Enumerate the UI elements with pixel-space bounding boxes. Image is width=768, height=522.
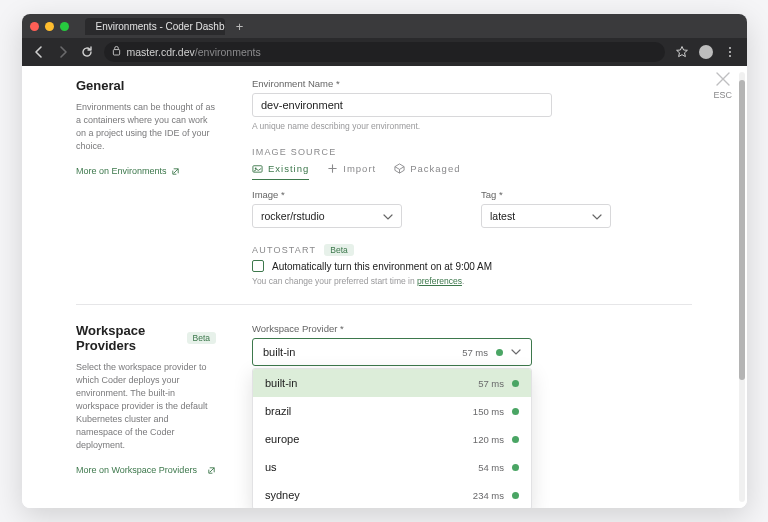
general-heading: General (76, 78, 216, 93)
env-name-helper: A unique name describing your environmen… (252, 121, 692, 131)
tag-field-label: Tag * (481, 189, 692, 200)
url-path: /environments (195, 46, 261, 58)
tab-packaged[interactable]: Packaged (394, 163, 460, 180)
vertical-scrollbar[interactable] (739, 72, 745, 502)
status-dot-icon (512, 408, 519, 415)
provider-option-name: europe (265, 433, 299, 445)
autostart-helper-pre: You can change your preferred start time… (252, 276, 417, 286)
more-on-providers-link[interactable]: More on Workspace Providers (76, 465, 216, 475)
window-controls (30, 22, 69, 31)
link-label: More on Workspace Providers (76, 465, 197, 475)
url-host: master.cdr.dev (127, 46, 195, 58)
browser-toolbar: master.cdr.dev/environments (22, 38, 747, 66)
plus-icon (327, 163, 338, 174)
window-minimize-button[interactable] (45, 22, 54, 31)
bookmark-button[interactable] (675, 45, 689, 59)
chevron-down-icon (511, 349, 521, 355)
image-field-label: Image * (252, 189, 463, 200)
provider-option[interactable]: europe 120 ms (253, 425, 531, 453)
tab-packaged-label: Packaged (410, 163, 460, 174)
dialog-close-button[interactable]: ESC (713, 70, 732, 100)
tab-import[interactable]: Import (327, 163, 376, 180)
env-name-input[interactable] (252, 93, 552, 117)
external-link-icon (171, 167, 180, 176)
dialog-content: ESC General Environments can be thought … (64, 66, 704, 508)
env-name-label: Environment Name * (252, 78, 692, 89)
autostart-label: AUTOSTART (252, 245, 316, 255)
general-main: Environment Name * A unique name describ… (252, 78, 692, 286)
image-source-label: IMAGE SOURCE (252, 147, 692, 157)
external-link-icon (207, 466, 216, 475)
tab-existing-label: Existing (268, 163, 309, 174)
tag-select[interactable]: latest (481, 204, 611, 228)
autostart-helper-post: . (462, 276, 464, 286)
autostart-checkbox[interactable] (252, 260, 264, 272)
general-sidebar: General Environments can be thought of a… (76, 78, 216, 286)
provider-select[interactable]: built-in 57 ms (252, 338, 532, 366)
package-icon (394, 163, 405, 174)
provider-option-name: us (265, 461, 277, 473)
image-select[interactable]: rocker/rstudio (252, 204, 402, 228)
providers-description: Select the workspace provider to which C… (76, 361, 216, 452)
more-on-environments-link[interactable]: More on Environments (76, 166, 180, 176)
preferences-link[interactable]: preferences (417, 276, 462, 286)
browser-tab-bar: Environments - Coder Dashbo × + (22, 14, 747, 38)
status-dot-icon (496, 349, 503, 356)
providers-heading-text: Workspace Providers (76, 323, 179, 353)
status-dot-icon (512, 492, 519, 499)
provider-option[interactable]: us 54 ms (253, 453, 531, 481)
svg-rect-1 (113, 50, 119, 55)
browser-window: Environments - Coder Dashbo × + master.c… (22, 14, 747, 508)
forward-button[interactable] (56, 45, 70, 59)
image-select-value: rocker/rstudio (261, 210, 325, 222)
provider-option[interactable]: built-in 57 ms (253, 369, 531, 397)
provider-selected-name: built-in (263, 346, 295, 358)
provider-option[interactable]: brazil 150 ms (253, 397, 531, 425)
browser-tab-title: Environments - Coder Dashbo (96, 21, 225, 32)
tab-import-label: Import (343, 163, 376, 174)
svg-point-4 (729, 55, 731, 57)
back-button[interactable] (32, 45, 46, 59)
provider-field-label: Workspace Provider * (252, 323, 692, 334)
scroll-thumb[interactable] (739, 80, 745, 380)
provider-option-latency: 120 ms (473, 434, 504, 445)
providers-beta-badge: Beta (187, 332, 217, 344)
provider-option-latency: 234 ms (473, 490, 504, 501)
close-icon (714, 70, 732, 88)
image-source-tabs: Existing Import Packaged (252, 163, 692, 181)
status-dot-icon (512, 464, 519, 471)
autostart-beta-badge: Beta (324, 244, 354, 256)
general-description: Environments can be thought of as a cont… (76, 101, 216, 153)
tab-existing[interactable]: Existing (252, 163, 309, 180)
status-dot-icon (512, 436, 519, 443)
link-label: More on Environments (76, 166, 167, 176)
window-zoom-button[interactable] (60, 22, 69, 31)
provider-dropdown: built-in 57 ms brazil 150 ms europe 120 … (252, 368, 532, 508)
provider-option-name: sydney (265, 489, 300, 501)
browser-tab[interactable]: Environments - Coder Dashbo × (85, 18, 225, 35)
address-bar[interactable]: master.cdr.dev/environments (104, 42, 665, 62)
providers-main: Workspace Provider * built-in 57 ms (252, 323, 692, 508)
autostart-helper: You can change your preferred start time… (252, 276, 692, 286)
provider-selected-meta: 57 ms (462, 347, 521, 358)
provider-option-name: built-in (265, 377, 297, 389)
status-dot-icon (512, 380, 519, 387)
providers-heading: Workspace Providers Beta (76, 323, 216, 353)
svg-point-3 (729, 51, 731, 53)
section-divider (76, 304, 692, 305)
window-close-button[interactable] (30, 22, 39, 31)
provider-selected-latency: 57 ms (462, 347, 488, 358)
provider-option-latency: 57 ms (478, 378, 504, 389)
chevron-down-icon (383, 210, 393, 222)
provider-option-latency: 54 ms (478, 462, 504, 473)
content-area: ESC General Environments can be thought … (22, 66, 747, 508)
autostart-checkbox-label: Automatically turn this environment on a… (272, 261, 492, 272)
reload-button[interactable] (80, 45, 94, 59)
browser-menu-button[interactable] (723, 45, 737, 59)
svg-point-2 (729, 47, 731, 49)
profile-avatar[interactable] (699, 45, 713, 59)
provider-option-latency: 150 ms (473, 406, 504, 417)
new-tab-button[interactable]: + (231, 17, 249, 35)
tag-select-value: latest (490, 210, 515, 222)
provider-option[interactable]: sydney 234 ms (253, 481, 531, 508)
